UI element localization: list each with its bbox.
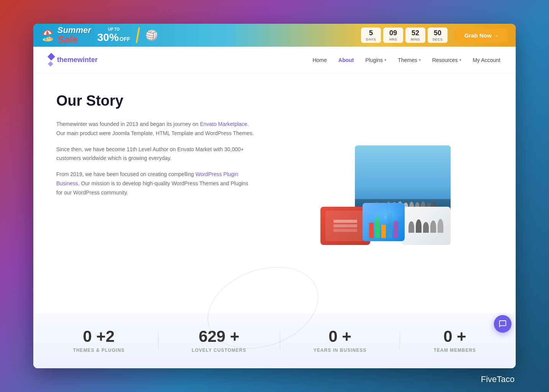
- logo[interactable]: themewinter: [49, 54, 98, 66]
- stat-divider-2: [280, 331, 280, 350]
- days-value: 5: [365, 29, 377, 38]
- stat-team-label: TEAM MEMBERS: [434, 348, 476, 353]
- resources-chevron-icon: ▾: [459, 58, 461, 62]
- secs-value: 50: [431, 29, 444, 38]
- stat-divider-3: [400, 331, 400, 350]
- stat-customers-label: LOVELY CUSTOMERS: [192, 348, 246, 353]
- main-nav: Home About Plugins ▾ Themes ▾ Resources …: [312, 57, 500, 63]
- chat-button[interactable]: [494, 315, 511, 333]
- off-label: OFF: [119, 36, 130, 42]
- nav-resources[interactable]: Resources ▾: [432, 57, 461, 63]
- mins-label: MINS: [409, 38, 422, 41]
- ball-icon: 🏐: [145, 29, 158, 41]
- header: themewinter Home About Plugins ▾ Themes …: [33, 47, 516, 74]
- photo-bottom-right: [401, 207, 451, 245]
- mins-value: 52: [409, 29, 422, 38]
- story-section: Our Story Themewinter was founded in 201…: [33, 74, 516, 313]
- para3-plain: From 2019, we have been focused on creat…: [56, 171, 195, 177]
- watermark-part1: Five: [481, 374, 497, 384]
- photo-collage: +: [320, 145, 451, 245]
- watermark: FiveTaco: [481, 374, 515, 384]
- stat-themes-number: 0 +2: [73, 328, 125, 345]
- envato-link[interactable]: Envato Marketplace: [200, 121, 247, 127]
- photo-plus-icon: +: [383, 213, 388, 222]
- sale-area: 🏖️ Summer Sale UP TO 30% OFF 🏐: [41, 26, 158, 44]
- hrs-value: 09: [387, 29, 399, 38]
- stat-years-label: YEARS IN BUSINESS: [314, 348, 366, 353]
- countdown-secs: 50 SECS: [428, 28, 448, 43]
- logo-icon: [49, 54, 54, 66]
- summer-label: Summer: [57, 26, 91, 34]
- nav-plugins[interactable]: Plugins ▾: [365, 57, 386, 63]
- story-left: Our Story Themewinter was founded in 201…: [56, 93, 255, 298]
- logo-diamond-large: [47, 53, 55, 60]
- grab-now-button[interactable]: Grab Now →: [455, 28, 508, 42]
- chat-icon: [498, 320, 507, 328]
- days-label: DAYS: [365, 38, 377, 41]
- watermark-part2: Taco: [497, 374, 515, 384]
- nav-about[interactable]: About: [338, 57, 354, 63]
- stat-customers-number: 629 +: [192, 328, 246, 345]
- story-para-2: Since then, we have become 11th Level Au…: [56, 145, 255, 163]
- story-right: +: [278, 93, 493, 298]
- browser-frame: 🏖️ Summer Sale UP TO 30% OFF 🏐 5: [33, 24, 516, 368]
- stats-section: 0 +2 THEMES & PLUGINS 629 + LOVELY CUSTO…: [33, 313, 516, 368]
- countdown-hrs: 09 HRS: [383, 28, 403, 43]
- stat-customers: 629 + LOVELY CUSTOMERS: [192, 328, 246, 353]
- upto-label: UP TO: [108, 27, 119, 31]
- secs-label: SECS: [431, 38, 444, 41]
- stat-years-number: 0 +: [314, 328, 366, 345]
- nav-themes[interactable]: Themes ▾: [398, 57, 421, 63]
- stat-team: 0 + TEAM MEMBERS: [434, 328, 476, 353]
- stat-years: 0 + YEARS IN BUSINESS: [314, 328, 366, 353]
- countdown: 5 DAYS 09 HRS 52 MINS 50 SECS: [361, 28, 448, 43]
- para1-plain: Themewinter was founded in 2013 and bega…: [56, 121, 200, 127]
- banner-divider: [136, 28, 140, 43]
- nav-home[interactable]: Home: [312, 57, 327, 63]
- logo-text-normal: theme: [57, 56, 77, 64]
- story-title: Our Story: [56, 93, 255, 109]
- countdown-days: 5 DAYS: [361, 28, 381, 43]
- stat-themes-label: THEMES & PLUGINS: [73, 348, 125, 353]
- logo-diamond-small: [48, 61, 53, 67]
- countdown-mins: 52 MINS: [405, 28, 425, 43]
- themes-chevron-icon: ▾: [419, 58, 421, 62]
- logo-text-accent: winter: [77, 56, 98, 64]
- nav-my-account[interactable]: My Account: [473, 57, 500, 63]
- logo-text: themewinter: [57, 56, 98, 64]
- stat-themes: 0 +2 THEMES & PLUGINS: [73, 328, 125, 353]
- stat-divider-1: [158, 331, 158, 350]
- percent-label: 30%: [97, 31, 119, 44]
- plugins-chevron-icon: ▾: [384, 58, 386, 62]
- main-content: Our Story Themewinter was founded in 201…: [33, 74, 516, 368]
- stat-team-number: 0 +: [434, 328, 476, 345]
- umbrella-icon: 🏖️: [41, 29, 54, 42]
- story-para-3: From 2019, we have been focused on creat…: [56, 170, 255, 197]
- story-para-1: Themewinter was founded in 2013 and bega…: [56, 120, 255, 138]
- sale-label: Sale: [57, 34, 91, 44]
- para3-after: . Our mission is to develop high-quality…: [56, 180, 248, 196]
- promo-banner: 🏖️ Summer Sale UP TO 30% OFF 🏐 5: [33, 24, 516, 47]
- hrs-label: HRS: [387, 38, 399, 41]
